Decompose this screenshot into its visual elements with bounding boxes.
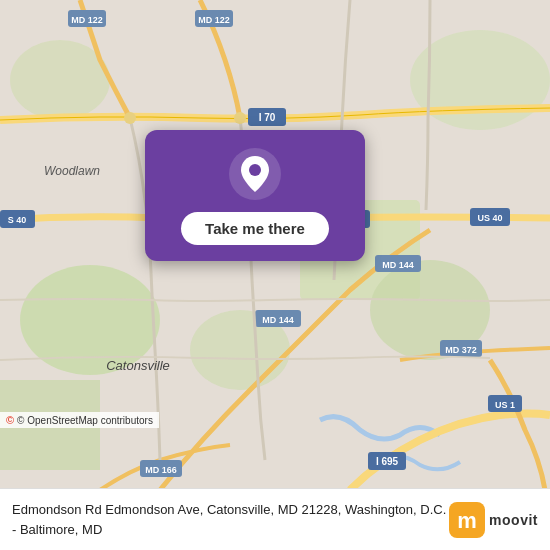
- svg-text:Woodlawn: Woodlawn: [44, 164, 100, 178]
- moovit-text: moovit: [489, 512, 538, 528]
- svg-point-32: [124, 112, 136, 124]
- osm-attribution: © © OpenStreetMap contributors: [0, 412, 159, 428]
- osm-logo: ©: [6, 414, 14, 426]
- svg-text:Catonsville: Catonsville: [106, 358, 170, 373]
- svg-text:MD 122: MD 122: [198, 15, 230, 25]
- moovit-icon: m: [449, 502, 485, 538]
- svg-text:S 40: S 40: [8, 215, 27, 225]
- svg-text:MD 144: MD 144: [382, 260, 414, 270]
- svg-text:US 1: US 1: [495, 400, 515, 410]
- moovit-logo: m moovit: [449, 502, 538, 538]
- svg-text:MD 372: MD 372: [445, 345, 477, 355]
- footer: Edmondson Rd Edmondson Ave, Catonsville,…: [0, 488, 550, 550]
- address-block: Edmondson Rd Edmondson Ave, Catonsville,…: [12, 500, 449, 538]
- svg-text:I 70: I 70: [259, 112, 276, 123]
- take-me-there-button[interactable]: Take me there: [181, 212, 329, 245]
- svg-text:US 40: US 40: [477, 213, 502, 223]
- svg-text:MD 166: MD 166: [145, 465, 177, 475]
- svg-point-33: [234, 112, 246, 124]
- svg-point-37: [249, 164, 261, 176]
- map-container: I 70 US 40 US 40 S 40 MD 122 MD 122 MD 1…: [0, 0, 550, 490]
- osm-attribution-text: © OpenStreetMap contributors: [17, 415, 153, 426]
- svg-text:MD 122: MD 122: [71, 15, 103, 25]
- address-text: Edmondson Rd Edmondson Ave, Catonsville,…: [12, 502, 446, 536]
- location-pin-icon: [229, 148, 281, 200]
- svg-text:m: m: [457, 508, 477, 533]
- svg-text:I 695: I 695: [376, 456, 399, 467]
- navigation-card: Take me there: [145, 130, 365, 261]
- svg-text:MD 144: MD 144: [262, 315, 294, 325]
